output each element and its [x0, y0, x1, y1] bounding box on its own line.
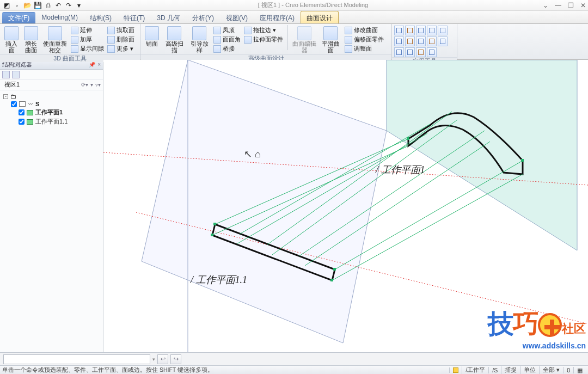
cmd-back-button[interactable]: ↩	[157, 354, 168, 364]
util-icon[interactable]	[427, 47, 437, 57]
tab-structure[interactable]: 结构(S)	[84, 11, 118, 23]
surface-editor-button[interactable]: 曲面编辑器	[291, 25, 317, 54]
qat-redo-icon[interactable]: ↷	[64, 1, 73, 10]
tree-row-workplane[interactable]: 工作平面1	[3, 108, 100, 117]
visibility-checkbox[interactable]	[19, 119, 24, 125]
grow-surface-button[interactable]: 增长曲面	[22, 25, 40, 54]
qat-undo-icon[interactable]: ↶	[54, 1, 63, 10]
tab-3d-geometry[interactable]: 3D 几何	[151, 11, 186, 23]
face-angle-button[interactable]: 面面角	[212, 35, 242, 44]
qat-dropdown-icon[interactable]: ▾	[75, 1, 83, 10]
help-dropdown-icon[interactable]: ⌄	[543, 2, 548, 9]
more-button[interactable]: 更多 ▾	[106, 45, 136, 53]
qat-new-icon[interactable]: ▫	[13, 1, 21, 10]
status-bar: 单击一个命令或预选装配、零件、工作平面、面或边。按住 SHIFT 键选择多项。 …	[0, 365, 588, 374]
util-icon[interactable]	[394, 47, 404, 57]
panel-close-icon[interactable]: ×	[97, 62, 101, 68]
minimize-button[interactable]: —	[555, 2, 561, 9]
window-controls: ⌄ — ❐ ✕	[543, 2, 586, 9]
tree-root-row[interactable]: - 🗀	[3, 93, 100, 100]
tree-row-workplane[interactable]: 工作平面1.1	[3, 117, 100, 126]
qat-app-icon[interactable]: ◩	[2, 1, 11, 10]
util-icon[interactable]	[405, 47, 415, 57]
loft-button[interactable]: 铺面	[143, 25, 161, 48]
smooth-surface-button[interactable]: 平滑曲面	[318, 25, 342, 54]
util-icon[interactable]	[427, 26, 437, 35]
qat-save-icon[interactable]: 💾	[33, 1, 42, 10]
adjust-face-button[interactable]: 调整面	[344, 45, 385, 53]
status-hint: 单击一个命令或预选装配、零件、工作平面、面或边。按住 SHIFT 键选择多项。	[2, 366, 449, 374]
refresh-dropdown-icon[interactable]: ⟳▾	[81, 82, 88, 88]
status-count[interactable]: 0	[563, 367, 573, 373]
svg-rect-16	[211, 234, 213, 236]
util-icon[interactable]	[416, 47, 426, 57]
qat-saveas-icon[interactable]: ⎙	[44, 1, 52, 10]
extrude-face-part-button[interactable]: 拉伸面零件	[243, 35, 284, 44]
pick-face-button[interactable]: 摸取面	[106, 26, 136, 35]
tab-surface-design[interactable]: 曲面设计	[301, 11, 339, 23]
bridge-button[interactable]: 桥接	[212, 45, 242, 53]
close-button[interactable]: ✕	[580, 2, 586, 9]
extend-button[interactable]: 延伸	[70, 26, 105, 35]
util-icon[interactable]	[427, 36, 437, 46]
util-icon[interactable]	[416, 26, 426, 35]
viewport-canvas	[103, 60, 588, 352]
tree-row-part[interactable]: 〰 S	[3, 100, 100, 108]
tab-feature[interactable]: 特征(T)	[118, 11, 151, 23]
status-all[interactable]: 全部 ▾	[539, 366, 563, 374]
status-workplane[interactable]: /工作平	[462, 366, 488, 374]
filter-dropdown-icon[interactable]: ▾	[90, 82, 93, 88]
structure-browser-panel: 结构浏览器 📌× 视区1 ⟳▾ ▾ ▿▾ - 🗀 〰 S	[0, 60, 103, 352]
ribbon-tab-bar: 文件(F) Modeling(M) 结构(S) 特征(T) 3D 几何 分析(Y…	[0, 11, 588, 24]
dome-button[interactable]: 凤顶	[212, 26, 242, 35]
expand-toggle-icon[interactable]: -	[3, 94, 8, 99]
insert-face-button[interactable]: 插入面	[2, 25, 21, 54]
title-bar: ◩ ▫ 📂 💾 ⎙ ↶ ↷ ▾ [ 视区1 ] - Creo Elements/…	[0, 0, 588, 11]
viewport-row[interactable]: 视区1 ⟳▾ ▾ ▿▾	[0, 79, 103, 90]
quick-access-toolbar: ◩ ▫ 📂 💾 ⎙ ↶ ↷ ▾	[2, 1, 83, 10]
tab-applications[interactable]: 应用程序(A)	[254, 11, 301, 23]
visibility-checkbox[interactable]	[19, 109, 24, 115]
show-gap-button[interactable]: 显示间隙	[70, 45, 105, 53]
tab-view[interactable]: 视图(V)	[220, 11, 254, 23]
util-icon[interactable]	[438, 36, 448, 46]
qat-open-icon[interactable]: 📂	[23, 1, 32, 10]
file-menu[interactable]: 文件(F)	[2, 12, 35, 23]
util-row-3	[394, 47, 437, 57]
delete-face-button[interactable]: 删除面	[106, 35, 136, 44]
tab-analysis[interactable]: 分析(Y)	[186, 11, 220, 23]
status-snap[interactable]: 捕捉	[501, 366, 520, 374]
viewport-label: 视区1	[4, 81, 20, 89]
util-icon[interactable]	[438, 26, 448, 35]
util-icon[interactable]	[394, 26, 404, 35]
tab-modeling[interactable]: Modeling(M)	[35, 11, 84, 23]
reintersect-face-button[interactable]: 使面重新相交	[41, 25, 69, 54]
status-warning[interactable]	[449, 367, 462, 373]
adv-sweep-button[interactable]: 高级扫描	[162, 25, 186, 54]
sort-dropdown-icon[interactable]: ▿▾	[95, 82, 101, 88]
pin-icon[interactable]: 📌	[89, 62, 95, 68]
visibility-checkbox[interactable]	[11, 101, 17, 107]
status-part[interactable]: /S	[488, 367, 501, 373]
util-icon[interactable]	[405, 26, 415, 35]
util-icon[interactable]	[416, 36, 426, 46]
modify-surface-button[interactable]: 修改曲面	[344, 26, 385, 35]
3d-viewport[interactable]: ↖ ⌂ / 工作平面1 / 工作平面1.1 技巧社区 www.addskills…	[103, 60, 588, 352]
status-units[interactable]: 单位	[520, 366, 539, 374]
panel-tool-icon[interactable]	[2, 71, 10, 78]
panel-toolbar	[0, 70, 103, 79]
util-icon[interactable]	[394, 36, 404, 46]
warning-icon	[453, 367, 458, 373]
thicken-button[interactable]: 加厚	[70, 35, 105, 44]
ribbon: 插入面 增长曲面 使面重新相交 延伸 加厚 显示间隙 摸取面 删除面 更多 ▾ …	[0, 24, 588, 60]
status-grid-icon[interactable]: ▦	[573, 367, 586, 373]
guided-loft-button[interactable]: 引导放样	[187, 25, 211, 54]
cmd-forward-button[interactable]: ↪	[170, 354, 181, 364]
command-input[interactable]	[3, 354, 150, 364]
util-icon[interactable]	[405, 36, 415, 46]
panel-tool-icon[interactable]	[12, 71, 20, 78]
restore-button[interactable]: ❐	[568, 2, 574, 9]
offset-face-part-button[interactable]: 偏移面零件	[344, 35, 385, 44]
util-row-2	[394, 36, 448, 46]
drag-edge-button[interactable]: 拖拉边 ▾	[243, 26, 284, 35]
